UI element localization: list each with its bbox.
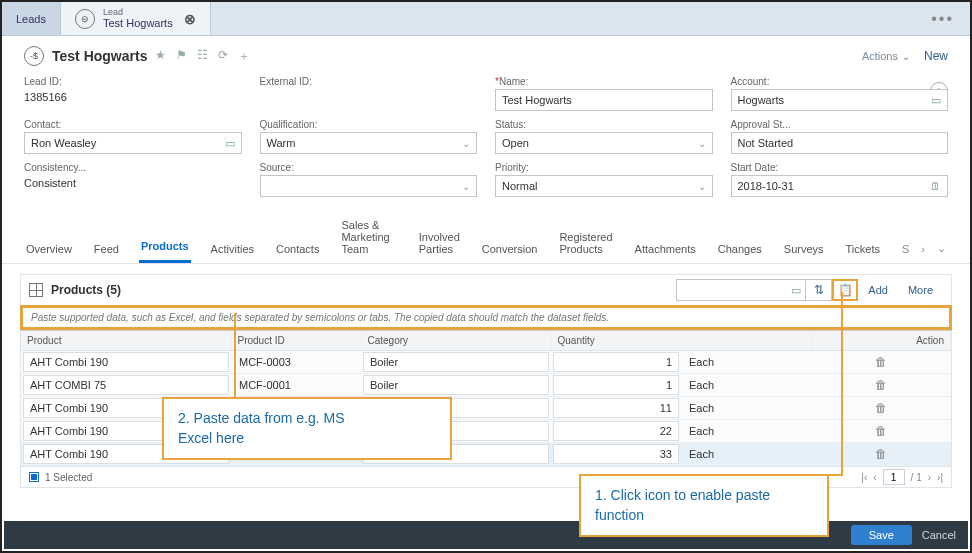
col-product[interactable]: Product [21, 331, 231, 351]
delete-row-icon[interactable]: 🗑 [811, 378, 951, 392]
calendar-icon[interactable]: 🗓 [930, 180, 941, 192]
cancel-link[interactable]: Cancel [922, 529, 956, 541]
close-icon[interactable]: ⊗ [184, 11, 196, 27]
tab-attachments[interactable]: Attachments [633, 235, 698, 263]
chevron-down-icon: ⌄ [462, 138, 470, 149]
status-label: Status: [495, 119, 713, 130]
table-row[interactable]: AHT Combi 190MCF-0003Boiler1Each🗑 [21, 351, 951, 374]
sort-button[interactable]: ⇅ [806, 279, 832, 301]
tab-conversion[interactable]: Conversion [480, 235, 540, 263]
cell-qty[interactable]: 1 [553, 375, 679, 395]
products-search[interactable]: ▭ [676, 279, 806, 301]
page-title: Test Hogwarts [52, 48, 147, 64]
selected-count: 1 Selected [45, 472, 92, 483]
tab-tickets[interactable]: Tickets [844, 235, 882, 263]
actions-menu[interactable]: Actions⌄ [862, 50, 910, 62]
cell-unit: Each [683, 444, 809, 464]
qualification-label: Qualification: [260, 119, 478, 130]
tab-subtitle: Lead [103, 8, 173, 18]
cell-product[interactable]: AHT COMBI 75 [23, 375, 229, 395]
cell-qty[interactable]: 11 [553, 398, 679, 418]
cell-qty[interactable]: 1 [553, 352, 679, 372]
pager-prev-icon[interactable]: ‹ [873, 472, 876, 483]
tab-contacts[interactable]: Contacts [274, 235, 321, 263]
valuehelp-icon[interactable]: ▭ [225, 137, 235, 150]
cell-category[interactable]: Boiler [363, 375, 549, 395]
account-input[interactable]: Hogwarts▭ [731, 89, 949, 111]
externalid-label: External ID: [260, 76, 478, 87]
products-table: Product Product ID Category Quantity Act… [21, 331, 951, 466]
scroll-right-icon[interactable]: › [919, 235, 927, 263]
col-quantity[interactable]: Quantity [551, 331, 811, 351]
cell-product[interactable]: AHT Combi 190 [23, 352, 229, 372]
add-link[interactable]: Add [858, 284, 898, 296]
refresh-icon[interactable]: ⟳ [218, 48, 228, 65]
record-type-icon: -$ [24, 46, 44, 66]
startdate-input[interactable]: 2018-10-31🗓 [731, 175, 949, 197]
chat-icon[interactable]: ☷ [197, 48, 208, 65]
add-icon[interactable]: ＋ [238, 48, 250, 65]
table-row[interactable]: AHT Combi 19033Each🗑 [21, 443, 951, 466]
contact-label: Contact: [24, 119, 242, 130]
paste-area[interactable]: Paste supported data, such as Excel, and… [20, 305, 952, 330]
priority-select[interactable]: Normal⌄ [495, 175, 713, 197]
tab-activities[interactable]: Activities [209, 235, 256, 263]
chevron-down-icon: ⌄ [902, 51, 910, 62]
selection-indicator[interactable] [29, 472, 39, 482]
tab-overview[interactable]: Overview [24, 235, 74, 263]
more-link[interactable]: More [898, 284, 943, 296]
table-row[interactable]: AHT COMBI 75MCF-0001Boiler1Each🗑 [21, 374, 951, 397]
chevron-down-icon: ⌄ [462, 181, 470, 192]
contact-input[interactable]: Ron Weasley▭ [24, 132, 242, 154]
qualification-select[interactable]: Warm⌄ [260, 132, 478, 154]
cell-productid: MCF-0001 [233, 375, 359, 395]
tab-products[interactable]: Products [139, 232, 191, 263]
products-title: Products (5) [51, 283, 121, 297]
name-input[interactable]: Test Hogwarts [495, 89, 713, 111]
page-input[interactable] [883, 469, 905, 485]
account-label: Account: [731, 76, 949, 87]
status-select[interactable]: Open⌄ [495, 132, 713, 154]
leadid-value: 1385166 [24, 89, 242, 103]
col-category[interactable]: Category [361, 331, 551, 351]
tab-involved-parties[interactable]: Involved Parties [417, 223, 462, 263]
tab-lead-detail[interactable]: ⊖ Lead Test Hogwarts ⊗ [61, 2, 211, 35]
valuehelp-icon[interactable]: ▭ [931, 94, 941, 107]
tabs-overflow[interactable]: S [900, 235, 911, 263]
table-row[interactable]: AHT Combi 19022Each🗑 [21, 420, 951, 443]
pager-last-icon[interactable]: ›| [937, 472, 943, 483]
chevron-down-icon[interactable]: ⌄ [935, 234, 948, 263]
grid-icon [29, 283, 43, 297]
cell-category[interactable]: Boiler [363, 352, 549, 372]
cell-qty[interactable]: 22 [553, 421, 679, 441]
delete-row-icon[interactable]: 🗑 [811, 401, 951, 415]
consistency-label: Consistency... [24, 162, 242, 173]
tab-surveys[interactable]: Surveys [782, 235, 826, 263]
name-label: *Name: [495, 76, 713, 87]
pager-next-icon[interactable]: › [928, 472, 931, 483]
delete-row-icon[interactable]: 🗑 [811, 424, 951, 438]
tab-registered-products[interactable]: Registered Products [557, 223, 614, 263]
table-row[interactable]: AHT Combi 190CF-0003Boiler11Each🗑 [21, 397, 951, 420]
tab-leads[interactable]: Leads [2, 2, 61, 35]
page-total: / 1 [911, 472, 922, 483]
col-productid[interactable]: Product ID [231, 331, 361, 351]
delete-row-icon[interactable]: 🗑 [811, 447, 951, 461]
star-icon[interactable]: ★ [155, 48, 166, 65]
callout-1: 1. Click icon to enable paste function [579, 474, 829, 537]
more-tabs[interactable]: ••• [915, 2, 970, 35]
cell-unit: Each [683, 421, 809, 441]
cell-unit: Each [683, 375, 809, 395]
tab-feed[interactable]: Feed [92, 235, 121, 263]
tab-changes[interactable]: Changes [716, 235, 764, 263]
flag-icon[interactable]: ⚑ [176, 48, 187, 65]
delete-row-icon[interactable]: 🗑 [811, 355, 951, 369]
approval-select[interactable]: Not Started [731, 132, 949, 154]
paste-button[interactable]: 📋 [832, 279, 858, 301]
new-button[interactable]: New [924, 49, 948, 63]
cell-qty[interactable]: 33 [553, 444, 679, 464]
save-button[interactable]: Save [851, 525, 912, 545]
pager-first-icon[interactable]: |‹ [861, 472, 867, 483]
tab-sales-marketing[interactable]: Sales & Marketing Team [339, 211, 398, 263]
source-select[interactable]: ⌄ [260, 175, 478, 197]
